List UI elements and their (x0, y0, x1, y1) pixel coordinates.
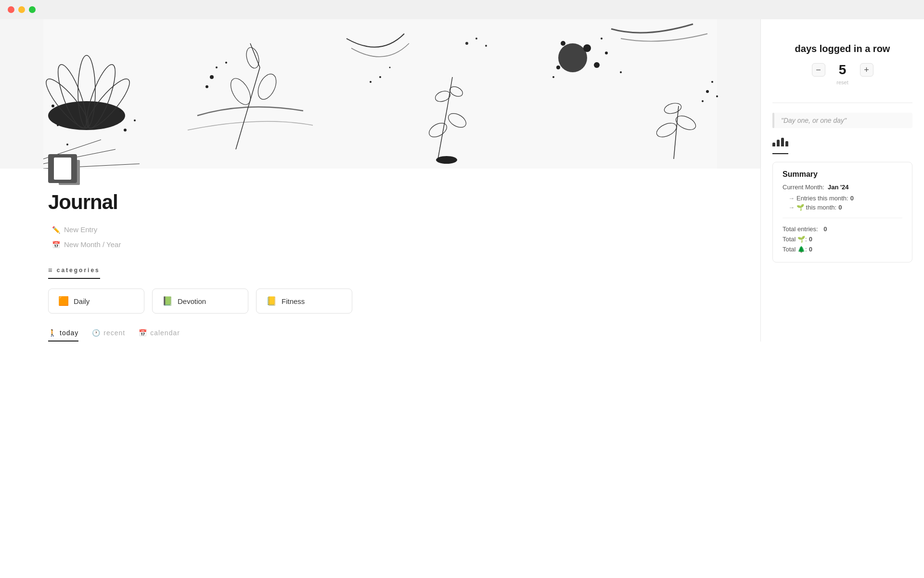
fitness-label: Fitness (282, 297, 305, 305)
page-title: Journal (48, 191, 712, 214)
svg-point-51 (716, 95, 718, 97)
summary-card: Summary Current Month: Jan '24 → Entries… (772, 162, 912, 263)
total-tree-row: Total 🌲: 0 (783, 244, 902, 254)
svg-point-40 (601, 38, 603, 39)
daily-icon: 🟧 (58, 296, 69, 306)
categories-section: ≡ categories 🟧 Daily 📗 Devotion 📒 Fitnes… (0, 250, 760, 314)
total-tree-label: Total 🌲: (783, 246, 807, 253)
svg-point-43 (620, 71, 622, 73)
new-month-year-button[interactable]: 📅 New Month / Year (48, 238, 125, 250)
svg-point-35 (558, 43, 587, 72)
svg-rect-0 (43, 19, 717, 169)
svg-point-1 (48, 101, 125, 130)
svg-point-41 (605, 52, 608, 54)
tab-today[interactable]: 🚶 today (48, 329, 78, 342)
svg-point-52 (465, 42, 468, 45)
hero-banner (0, 19, 760, 169)
categories-label: ≡ categories (48, 266, 100, 279)
title-area: Journal (0, 183, 760, 214)
total-entries-label: Total entries: (783, 225, 818, 233)
categories-grid: 🟧 Daily 📗 Devotion 📒 Fitness (48, 289, 712, 314)
arrow-icon-1: → (788, 195, 795, 202)
seedling-month-value: 0 (838, 204, 842, 211)
bar-1 (772, 143, 775, 146)
svg-point-50 (702, 100, 704, 102)
days-counter: − 5 + (772, 62, 912, 78)
main-content: Journal ✏️ New Entry 📅 New Month / Year … (0, 19, 760, 342)
entries-label: Entries this month: (796, 195, 848, 202)
tabs-section: 🚶 today 🕐 recent 📅 calendar (0, 314, 760, 342)
svg-point-21 (210, 75, 214, 79)
daily-label: Daily (74, 297, 90, 305)
total-tree-value: 0 (809, 246, 812, 253)
counter-value: 5 (833, 62, 852, 78)
minimize-button[interactable] (18, 6, 25, 13)
summary-month: Current Month: Jan '24 (783, 184, 902, 191)
tabs-row: 🚶 today 🕐 recent 📅 calendar (48, 329, 712, 342)
total-entries-row: Total entries: 0 (783, 224, 902, 234)
days-logged-title: days logged in a row (772, 43, 912, 54)
seedling-month-label: 🌱 this month: (796, 204, 836, 211)
svg-point-11 (66, 144, 68, 145)
bar-3 (781, 138, 784, 146)
category-daily[interactable]: 🟧 Daily (48, 289, 144, 314)
total-seedling-label: Total 🌱: (783, 236, 807, 243)
fitness-icon: 📒 (266, 296, 277, 306)
current-month-label: Current Month: (783, 184, 824, 191)
svg-point-12 (119, 110, 121, 112)
arrow-icon-2: → (788, 204, 795, 211)
svg-point-39 (556, 66, 560, 69)
new-entry-button[interactable]: ✏️ New Entry (48, 223, 101, 236)
calendar-tab-icon: 📅 (139, 329, 147, 337)
tab-calendar[interactable]: 📅 calendar (139, 329, 180, 342)
svg-point-38 (594, 62, 600, 68)
bar-4 (785, 141, 788, 146)
svg-point-37 (561, 41, 565, 46)
entries-this-month-row: → Entries this month: 0 (783, 194, 902, 203)
svg-point-9 (124, 129, 127, 131)
category-fitness[interactable]: 📒 Fitness (256, 289, 352, 314)
new-entry-label: New Entry (64, 225, 97, 234)
journal-icon (48, 154, 77, 183)
bar-2 (777, 140, 780, 146)
category-devotion[interactable]: 📗 Devotion (152, 289, 248, 314)
reset-label[interactable]: reset (772, 79, 912, 85)
total-entries-value: 0 (823, 225, 827, 233)
new-month-year-label: New Month / Year (64, 240, 121, 249)
svg-point-8 (57, 124, 59, 126)
svg-point-25 (379, 76, 381, 78)
seedling-this-month-row: → 🌱 this month: 0 (783, 203, 902, 212)
right-sidebar: days logged in a row − 5 + reset "Day on… (760, 19, 924, 342)
increment-button[interactable]: + (860, 63, 873, 77)
svg-point-24 (225, 62, 227, 64)
bar-chart-icon (772, 138, 788, 146)
svg-point-23 (205, 85, 208, 88)
journal-icon-inner (54, 158, 71, 180)
close-button[interactable] (8, 6, 14, 13)
pencil-icon: ✏️ (52, 226, 60, 234)
maximize-button[interactable] (29, 6, 36, 13)
chart-icon-row (772, 138, 788, 154)
summary-title: Summary (783, 170, 902, 179)
total-seedling-value: 0 (809, 236, 812, 243)
hero-svg (0, 19, 760, 169)
current-month-value: Jan '24 (828, 184, 849, 191)
quick-actions: ✏️ New Entry 📅 New Month / Year (0, 214, 760, 250)
person-icon: 🚶 (48, 329, 57, 337)
svg-point-54 (485, 45, 487, 47)
main-wrapper: Journal ✏️ New Entry 📅 New Month / Year … (0, 19, 924, 342)
divider-1 (772, 103, 912, 103)
entries-value: 0 (850, 195, 854, 202)
devotion-icon: 📗 (162, 296, 173, 306)
svg-point-53 (475, 38, 477, 39)
svg-point-10 (134, 119, 136, 121)
decrement-button[interactable]: − (812, 63, 825, 77)
days-logged-section: days logged in a row − 5 + reset (772, 29, 912, 95)
calendar-icon: 📅 (52, 241, 60, 249)
svg-point-22 (216, 66, 218, 68)
tab-recent[interactable]: 🕐 recent (92, 329, 125, 342)
page-icon-area (0, 154, 760, 183)
clock-icon: 🕐 (92, 329, 101, 337)
layers-icon: ≡ (48, 266, 54, 274)
svg-point-7 (51, 105, 54, 107)
